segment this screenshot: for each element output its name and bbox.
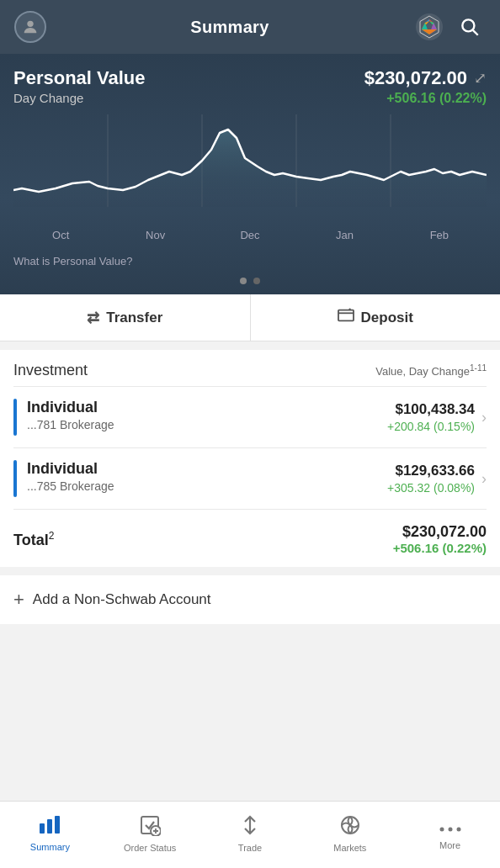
transfer-icon: ⇄ bbox=[87, 309, 99, 327]
deposit-icon bbox=[338, 308, 354, 327]
account-sub-2: ...785 Brokerage bbox=[27, 479, 114, 493]
transfer-button[interactable]: ⇄ Transfer bbox=[0, 294, 251, 341]
trade-icon bbox=[239, 814, 261, 839]
nav-item-more[interactable]: More bbox=[400, 802, 500, 868]
svg-rect-9 bbox=[338, 310, 354, 321]
chart-section: Personal Value Day Change $230,072.00 ⤢ … bbox=[0, 54, 500, 294]
search-button[interactable] bbox=[453, 10, 487, 44]
svg-marker-8 bbox=[13, 130, 487, 207]
order-status-icon bbox=[139, 814, 161, 839]
svg-rect-12 bbox=[40, 823, 45, 834]
investment-section: Investment Value, Day Change1-11 Individ… bbox=[0, 350, 500, 567]
svg-point-0 bbox=[27, 21, 33, 27]
axis-label-nov: Nov bbox=[108, 229, 202, 241]
add-account-label: Add a Non-Schwab Account bbox=[33, 591, 211, 608]
nav-label-markets: Markets bbox=[333, 843, 366, 853]
nav-item-summary[interactable]: Summary bbox=[0, 802, 100, 868]
svg-point-19 bbox=[439, 827, 444, 831]
svg-point-20 bbox=[448, 827, 452, 831]
account-amount-2: $129,633.66 bbox=[395, 463, 475, 479]
svg-line-3 bbox=[473, 30, 478, 35]
account-name-1: Individual bbox=[27, 399, 114, 416]
more-icon bbox=[439, 817, 461, 837]
action-buttons: ⇄ Transfer Deposit bbox=[0, 294, 500, 341]
nav-label-more: More bbox=[439, 840, 460, 850]
day-change-label: Day Change bbox=[13, 91, 146, 105]
add-non-schwab-button[interactable]: + Add a Non-Schwab Account bbox=[0, 575, 500, 624]
account-indicator bbox=[13, 460, 17, 497]
svg-point-2 bbox=[462, 19, 474, 31]
app-header: Summary bbox=[0, 0, 500, 54]
investment-subtitle: Value, Day Change1-11 bbox=[375, 363, 487, 378]
schwab-logo-button[interactable] bbox=[412, 10, 446, 44]
day-change-value: +506.16 (0.22%) bbox=[364, 91, 487, 106]
axis-label-feb: Feb bbox=[392, 229, 487, 241]
account-change-2: +305.32 (0.08%) bbox=[387, 481, 475, 495]
total-label: Total2 bbox=[13, 530, 54, 549]
add-account-section: + Add a Non-Schwab Account bbox=[0, 575, 500, 624]
personal-value-info[interactable]: What is Personal Value? bbox=[13, 248, 487, 271]
expand-icon[interactable]: ⤢ bbox=[474, 69, 487, 87]
nav-label-order-status: Order Status bbox=[124, 843, 176, 853]
account-indicator bbox=[13, 399, 17, 436]
nav-item-order-status[interactable]: Order Status bbox=[100, 802, 200, 868]
deposit-label: Deposit bbox=[361, 310, 413, 326]
account-name-2: Individual bbox=[27, 460, 114, 478]
dot-2 bbox=[253, 278, 260, 284]
nav-label-trade: Trade bbox=[238, 843, 262, 853]
personal-value-label: Personal Value bbox=[13, 67, 146, 89]
pagination bbox=[13, 271, 487, 294]
account-sub-1: ...781 Brokerage bbox=[27, 418, 114, 431]
avatar-button[interactable] bbox=[13, 10, 47, 44]
chevron-right-icon: › bbox=[481, 470, 487, 488]
axis-label-dec: Dec bbox=[203, 229, 297, 241]
add-icon: + bbox=[13, 590, 24, 609]
account-amount-1: $100,438.34 bbox=[395, 401, 475, 418]
personal-value-amount: $230,072.00 bbox=[364, 67, 467, 89]
svg-point-21 bbox=[456, 827, 460, 831]
nav-item-trade[interactable]: Trade bbox=[200, 802, 301, 868]
transfer-label: Transfer bbox=[106, 310, 162, 326]
page-title: Summary bbox=[190, 18, 269, 37]
nav-label-summary: Summary bbox=[30, 842, 70, 852]
deposit-button[interactable]: Deposit bbox=[251, 294, 501, 341]
total-row: Total2 $230,072.00 +506.16 (0.22%) bbox=[13, 509, 487, 567]
account-change-1: +200.84 (0.15%) bbox=[387, 420, 475, 433]
svg-rect-14 bbox=[55, 816, 60, 834]
summary-icon bbox=[39, 815, 61, 839]
investment-header: Investment Value, Day Change1-11 bbox=[13, 362, 487, 379]
chart-axis: Oct Nov Dec Jan Feb bbox=[13, 224, 487, 248]
total-change: +506.16 (0.22%) bbox=[393, 541, 487, 555]
markets-icon bbox=[339, 814, 361, 839]
dot-1 bbox=[240, 278, 247, 284]
total-amount: $230,072.00 bbox=[393, 523, 487, 541]
svg-line-11 bbox=[348, 309, 350, 310]
account-row[interactable]: Individual ...781 Brokerage $100,438.34 … bbox=[13, 386, 487, 447]
chevron-right-icon: › bbox=[481, 409, 487, 426]
axis-label-oct: Oct bbox=[13, 229, 108, 241]
account-row[interactable]: Individual ...785 Brokerage $129,633.66 … bbox=[13, 447, 487, 509]
investment-title: Investment bbox=[13, 362, 88, 379]
avatar bbox=[14, 11, 46, 43]
bottom-nav: Summary Order Status Trade bbox=[0, 801, 500, 868]
chart-header: Personal Value Day Change $230,072.00 ⤢ … bbox=[13, 67, 487, 106]
nav-item-markets[interactable]: Markets bbox=[300, 802, 400, 868]
svg-rect-13 bbox=[47, 819, 52, 834]
price-chart bbox=[13, 114, 487, 224]
axis-label-jan: Jan bbox=[297, 229, 391, 241]
